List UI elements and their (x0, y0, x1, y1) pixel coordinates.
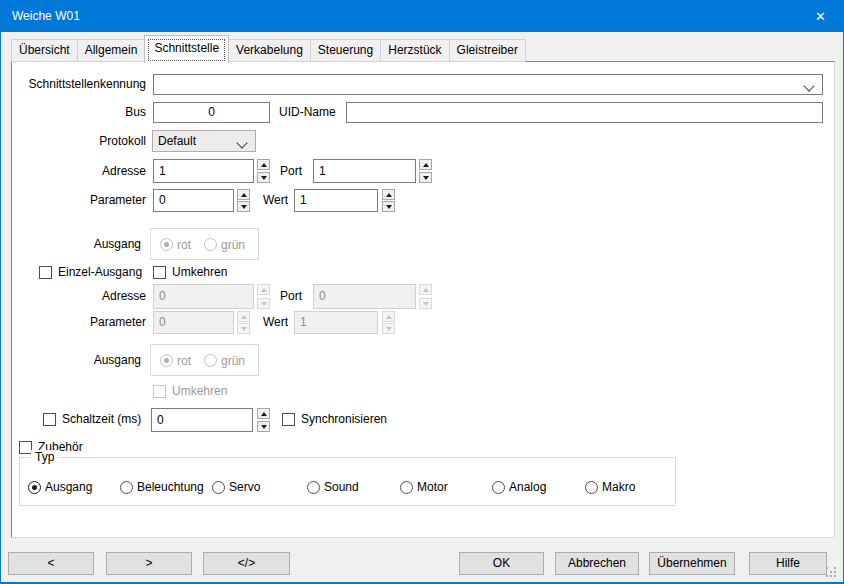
schaltzeit-label: Schaltzeit (ms) (62, 412, 141, 427)
typ-group: Typ Ausgang Beleuchtung Servo Sound Moto… (19, 457, 676, 506)
adresse-spinner (257, 159, 270, 183)
adresse-label: Adresse (11, 159, 146, 183)
schaltzeit-spinner (257, 408, 270, 432)
parameter-spinner (237, 189, 250, 212)
protokoll-dropdown[interactable]: Default (152, 130, 256, 152)
typ-radio-servo[interactable] (212, 481, 225, 494)
spin-up-icon[interactable] (257, 159, 270, 170)
parameter-label: Parameter (11, 189, 146, 212)
wert-value: 1 (300, 193, 307, 207)
radio-rot-label: rot (177, 354, 191, 368)
resize-grip-icon[interactable] (826, 567, 837, 578)
help-button[interactable]: Hilfe (749, 552, 827, 575)
typ-radio-analog-label: Analog (509, 481, 546, 494)
cancel-button[interactable]: Abbrechen (555, 552, 639, 575)
radio-gruen (204, 238, 217, 251)
spin-up-icon[interactable] (257, 408, 270, 419)
wert2-label: Wert (263, 311, 288, 334)
dropdown-chevron-icon[interactable] (236, 137, 247, 148)
typ-radio-beleuchtung[interactable] (120, 481, 133, 494)
port-input[interactable]: 1 (313, 159, 416, 183)
port2-spinner (419, 284, 432, 309)
tab-allgemein[interactable]: Allgemein (77, 39, 146, 62)
dialog-window: Weiche W01 ✕ Übersicht Allgemein Schnitt… (0, 0, 844, 584)
radio-gruen (204, 354, 217, 367)
ausgang2-label: Ausgang (11, 344, 141, 376)
adresse2-value: 0 (159, 289, 166, 303)
adresse2-spinner (257, 284, 270, 309)
ausgang2-radio-group: rot grün (150, 344, 259, 376)
typ-radio-motor[interactable] (400, 481, 413, 494)
parameter-value: 0 (159, 193, 166, 207)
next-button[interactable]: > (106, 552, 192, 575)
wert2-spinner (382, 311, 395, 334)
typ-radio-makro-label: Makro (602, 481, 635, 494)
close-button[interactable]: ✕ (798, 1, 843, 32)
spin-up-icon (257, 284, 270, 295)
port2-value: 0 (319, 289, 326, 303)
parameter2-value: 0 (159, 315, 166, 329)
bus-label: Bus (11, 102, 146, 123)
port-spinner (419, 159, 432, 183)
wert-input[interactable]: 1 (294, 189, 378, 212)
schnittstellenkennung-combobox[interactable] (153, 74, 823, 95)
radio-rot-label: rot (177, 238, 191, 252)
einzel-ausgang-checkbox[interactable] (39, 266, 52, 279)
typ-radio-analog[interactable] (492, 481, 505, 494)
spin-up-icon[interactable] (419, 159, 432, 170)
adresse-value: 1 (159, 164, 166, 178)
schnittstellenkennung-label: Schnittstellenkennung (11, 74, 146, 95)
spin-down-icon[interactable] (237, 201, 250, 212)
spin-down-icon[interactable] (419, 172, 432, 183)
synchronisieren-label: Synchronisieren (301, 412, 387, 427)
spin-down-icon (237, 323, 250, 334)
schaltzeit-checkbox[interactable] (43, 413, 56, 426)
schaltzeit-input[interactable]: 0 (151, 408, 253, 432)
apply-button[interactable]: Übernehmen (649, 552, 735, 575)
protokoll-value: Default (158, 134, 196, 148)
spin-up-icon (382, 311, 395, 322)
typ-radio-ausgang[interactable] (28, 481, 41, 494)
close-icon: ✕ (815, 9, 826, 24)
umkehren-checkbox[interactable] (153, 266, 166, 279)
port2-input: 0 (313, 284, 416, 309)
ausgang-radio-group: rot grün (150, 228, 259, 260)
typ-group-label: Typ (31, 450, 58, 464)
prev-button[interactable]: < (8, 552, 94, 575)
typ-radio-beleuchtung-label: Beleuchtung (137, 481, 204, 494)
uid-name-input[interactable] (346, 102, 823, 123)
wert2-value: 1 (300, 315, 307, 329)
spin-down-icon[interactable] (382, 201, 395, 212)
spin-down-icon[interactable] (257, 172, 270, 183)
adresse-input[interactable]: 1 (153, 159, 254, 183)
umkehren2-label: Umkehren (172, 384, 227, 399)
synchronisieren-checkbox[interactable] (282, 413, 295, 426)
typ-radio-sound[interactable] (307, 481, 320, 494)
tab-gleistreiber[interactable]: Gleistreiber (449, 39, 526, 62)
code-button[interactable]: </> (203, 552, 290, 575)
spin-up-icon[interactable] (237, 189, 250, 200)
spin-down-icon[interactable] (257, 421, 270, 432)
tab-herzstueck[interactable]: Herzstück (380, 39, 449, 62)
tab-uebersicht[interactable]: Übersicht (11, 39, 78, 62)
protokoll-label: Protokoll (11, 130, 146, 152)
window-title: Weiche W01 (12, 1, 80, 32)
tab-verkabelung[interactable]: Verkabelung (228, 39, 311, 62)
tab-steuerung[interactable]: Steuerung (310, 39, 381, 62)
port2-label: Port (280, 284, 302, 309)
radio-gruen-label: grün (221, 354, 245, 368)
bus-input[interactable]: 0 (153, 102, 270, 123)
radio-gruen-label: grün (221, 238, 245, 252)
spin-up-icon (419, 284, 432, 295)
spin-up-icon[interactable] (382, 189, 395, 200)
spin-down-icon (419, 298, 432, 309)
adresse2-label: Adresse (11, 284, 146, 309)
parameter-input[interactable]: 0 (153, 189, 234, 212)
schaltzeit-value: 0 (157, 413, 164, 427)
title-bar[interactable]: Weiche W01 ✕ (1, 1, 843, 32)
tab-schnittstelle[interactable]: Schnittstelle (144, 35, 229, 63)
dropdown-chevron-icon[interactable] (803, 80, 814, 91)
ok-button[interactable]: OK (459, 552, 544, 575)
radio-rot (160, 354, 173, 367)
typ-radio-makro[interactable] (585, 481, 598, 494)
